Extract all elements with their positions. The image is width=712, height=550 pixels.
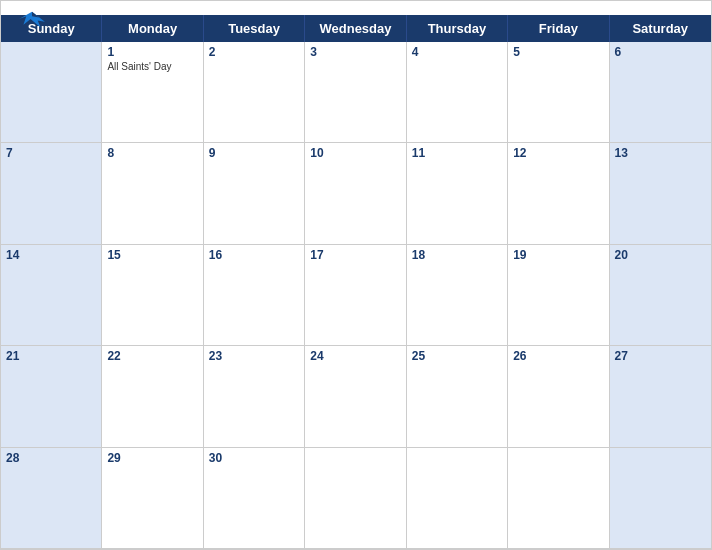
day-number: 2 bbox=[209, 45, 299, 59]
day-number: 21 bbox=[6, 349, 96, 363]
calendar-cell: 10 bbox=[305, 143, 406, 244]
day-number: 7 bbox=[6, 146, 96, 160]
calendar-cell: 20 bbox=[610, 245, 711, 346]
logo bbox=[17, 9, 47, 29]
day-number: 11 bbox=[412, 146, 502, 160]
day-number: 27 bbox=[615, 349, 706, 363]
calendar-cell: 3 bbox=[305, 42, 406, 143]
calendar-cell: 14 bbox=[1, 245, 102, 346]
calendar-cell: 27 bbox=[610, 346, 711, 447]
calendar-cell: 5 bbox=[508, 42, 609, 143]
day-number: 13 bbox=[615, 146, 706, 160]
calendar-cell: 22 bbox=[102, 346, 203, 447]
day-number: 18 bbox=[412, 248, 502, 262]
day-headers: Sunday Monday Tuesday Wednesday Thursday… bbox=[1, 15, 711, 42]
calendar-cell: 13 bbox=[610, 143, 711, 244]
day-number: 26 bbox=[513, 349, 603, 363]
calendar-cell: 8 bbox=[102, 143, 203, 244]
calendar-cell bbox=[508, 448, 609, 549]
calendar-cell: 11 bbox=[407, 143, 508, 244]
day-number: 6 bbox=[615, 45, 706, 59]
calendar-cell: 26 bbox=[508, 346, 609, 447]
calendar-cell: 30 bbox=[204, 448, 305, 549]
day-number: 22 bbox=[107, 349, 197, 363]
day-number: 29 bbox=[107, 451, 197, 465]
header-monday: Monday bbox=[102, 15, 203, 42]
calendar-container: Sunday Monday Tuesday Wednesday Thursday… bbox=[0, 0, 712, 550]
day-number: 20 bbox=[615, 248, 706, 262]
day-number: 15 bbox=[107, 248, 197, 262]
calendar-cell: 4 bbox=[407, 42, 508, 143]
day-number: 23 bbox=[209, 349, 299, 363]
calendar-cell: 25 bbox=[407, 346, 508, 447]
calendar-cell bbox=[610, 448, 711, 549]
header-friday: Friday bbox=[508, 15, 609, 42]
day-number: 9 bbox=[209, 146, 299, 160]
calendar-cell bbox=[305, 448, 406, 549]
calendar-cell: 2 bbox=[204, 42, 305, 143]
header-saturday: Saturday bbox=[610, 15, 711, 42]
calendar-grid: 1All Saints' Day234567891011121314151617… bbox=[1, 42, 711, 549]
day-number: 24 bbox=[310, 349, 400, 363]
calendar-cell: 6 bbox=[610, 42, 711, 143]
calendar-cell: 7 bbox=[1, 143, 102, 244]
calendar-cell: 15 bbox=[102, 245, 203, 346]
day-number: 10 bbox=[310, 146, 400, 160]
day-number: 19 bbox=[513, 248, 603, 262]
calendar-cell: 17 bbox=[305, 245, 406, 346]
calendar-cell: 23 bbox=[204, 346, 305, 447]
calendar-cell: 24 bbox=[305, 346, 406, 447]
day-number: 30 bbox=[209, 451, 299, 465]
header-wednesday: Wednesday bbox=[305, 15, 406, 42]
day-number: 25 bbox=[412, 349, 502, 363]
header-thursday: Thursday bbox=[407, 15, 508, 42]
day-number: 3 bbox=[310, 45, 400, 59]
calendar-cell: 29 bbox=[102, 448, 203, 549]
calendar-cell bbox=[1, 42, 102, 143]
day-number: 17 bbox=[310, 248, 400, 262]
calendar-cell: 19 bbox=[508, 245, 609, 346]
calendar-cell: 16 bbox=[204, 245, 305, 346]
calendar-cell: 9 bbox=[204, 143, 305, 244]
calendar-cell: 1All Saints' Day bbox=[102, 42, 203, 143]
day-number: 14 bbox=[6, 248, 96, 262]
calendar-cell: 21 bbox=[1, 346, 102, 447]
event-label: All Saints' Day bbox=[107, 61, 197, 72]
calendar-cell bbox=[407, 448, 508, 549]
day-number: 28 bbox=[6, 451, 96, 465]
calendar-cell: 18 bbox=[407, 245, 508, 346]
header-tuesday: Tuesday bbox=[204, 15, 305, 42]
calendar-cell: 28 bbox=[1, 448, 102, 549]
calendar-header bbox=[1, 1, 711, 15]
calendar-cell: 12 bbox=[508, 143, 609, 244]
day-number: 8 bbox=[107, 146, 197, 160]
day-number: 12 bbox=[513, 146, 603, 160]
day-number: 1 bbox=[107, 45, 197, 59]
day-number: 5 bbox=[513, 45, 603, 59]
day-number: 16 bbox=[209, 248, 299, 262]
day-number: 4 bbox=[412, 45, 502, 59]
logo-icon bbox=[17, 9, 47, 29]
